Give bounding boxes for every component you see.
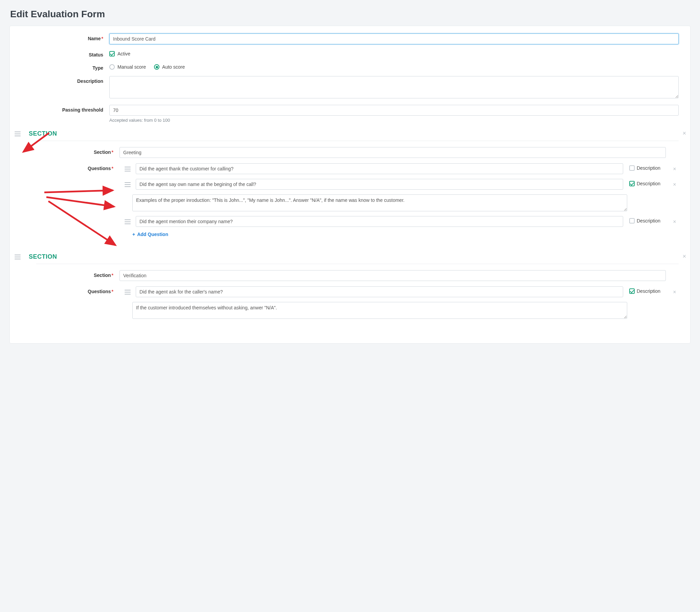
form-card: Name* Status Active Type bbox=[10, 26, 690, 344]
question-description-checkbox[interactable] bbox=[629, 218, 635, 223]
question-delete-icon[interactable]: × bbox=[671, 216, 679, 225]
passing-threshold-input[interactable] bbox=[109, 105, 679, 116]
question-drag-handle[interactable] bbox=[124, 167, 131, 171]
question-description-textarea[interactable]: Examples of the proper inroduction: "Thi… bbox=[132, 194, 627, 211]
question-input[interactable] bbox=[136, 216, 623, 227]
question-description-label: Description bbox=[637, 181, 660, 186]
page-title: Edit Evaluation Form bbox=[10, 9, 690, 19]
question-input[interactable] bbox=[136, 287, 623, 297]
question-description-textarea[interactable]: If the customer introduced themselves wi… bbox=[132, 302, 627, 319]
section-name-input[interactable] bbox=[120, 270, 666, 281]
question-drag-handle[interactable] bbox=[124, 220, 131, 224]
question-delete-icon[interactable]: × bbox=[671, 287, 679, 295]
name-input[interactable] bbox=[109, 33, 679, 44]
add-question-button[interactable]: + Add Question bbox=[132, 232, 168, 237]
section-heading: SECTION bbox=[29, 130, 57, 137]
name-label: Name* bbox=[21, 33, 109, 41]
section-name-label: Section* bbox=[21, 147, 120, 155]
question-input[interactable] bbox=[136, 179, 623, 190]
status-label: Status bbox=[21, 50, 109, 57]
questions-label: Questions* bbox=[21, 287, 120, 294]
status-active-label: Active bbox=[118, 51, 130, 56]
questions-label: Questions* bbox=[21, 163, 120, 171]
type-label: Type bbox=[21, 63, 109, 71]
question-description-label: Description bbox=[637, 218, 660, 223]
question-description-checkbox[interactable] bbox=[629, 165, 635, 171]
passing-threshold-label: Passing threshold bbox=[21, 105, 109, 113]
section-name-label: Section* bbox=[21, 270, 120, 278]
section-divider bbox=[36, 264, 679, 264]
question-drag-handle[interactable] bbox=[124, 182, 131, 187]
section-drag-handle[interactable] bbox=[15, 131, 21, 136]
plus-icon: + bbox=[132, 232, 135, 237]
passing-threshold-helper: Accepted values: from 0 to 100 bbox=[109, 118, 679, 123]
section-drag-handle[interactable] bbox=[15, 255, 21, 259]
type-auto-label: Auto score bbox=[162, 64, 185, 70]
type-auto-radio[interactable] bbox=[154, 64, 159, 70]
question-input[interactable] bbox=[136, 163, 623, 174]
description-label: Description bbox=[21, 76, 109, 84]
section-heading: SECTION bbox=[29, 253, 57, 260]
status-active-checkbox[interactable] bbox=[109, 51, 115, 56]
question-description-checkbox[interactable] bbox=[629, 289, 635, 294]
type-manual-label: Manual score bbox=[118, 64, 146, 70]
section-close-icon[interactable]: × bbox=[683, 130, 686, 136]
question-drag-handle[interactable] bbox=[124, 290, 131, 294]
type-manual-radio[interactable] bbox=[109, 64, 115, 70]
question-description-checkbox[interactable] bbox=[629, 181, 635, 186]
question-delete-icon[interactable]: × bbox=[671, 179, 679, 187]
section-divider bbox=[36, 141, 679, 141]
question-description-label: Description bbox=[637, 165, 660, 171]
question-description-label: Description bbox=[637, 289, 660, 294]
description-textarea[interactable] bbox=[109, 76, 679, 98]
question-delete-icon[interactable]: × bbox=[671, 163, 679, 172]
section-name-input[interactable] bbox=[120, 147, 666, 158]
section-close-icon[interactable]: × bbox=[683, 253, 686, 259]
